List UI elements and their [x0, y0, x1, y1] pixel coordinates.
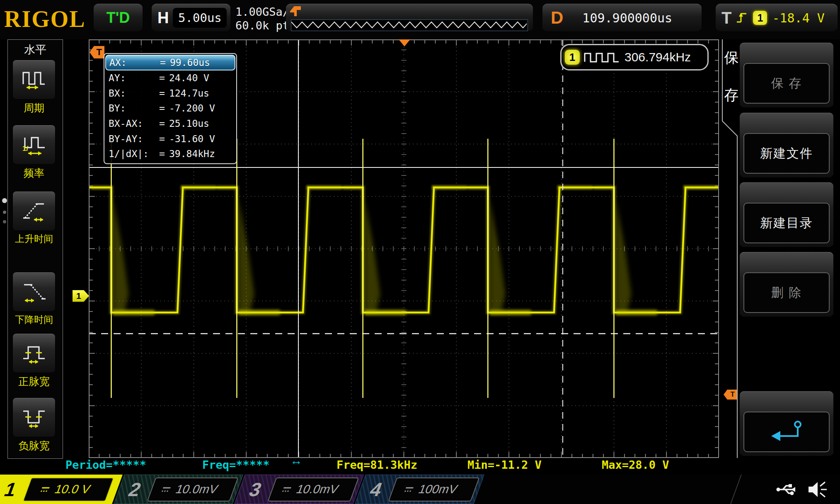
waveform-overview-strip	[291, 19, 528, 31]
dc-coupling-icon	[403, 486, 415, 493]
oscilloscope-screen: RIGOL T'D H 5.00us 1.00GSa/s 60.0k pts D…	[0, 0, 840, 504]
positive-pulse-width-icon	[22, 341, 46, 365]
channel-1-scale-box: 10.0 V	[23, 477, 114, 502]
svg-text:1/: 1/	[22, 145, 28, 153]
menu-tab-save[interactable]: 存	[723, 85, 740, 105]
cursor-row-byay: BY-AY: = -31.60 V	[104, 131, 236, 146]
square-wave-icon	[584, 50, 620, 64]
cursor-row-ax[interactable]: AX: = 99.60us	[105, 55, 235, 70]
beeper-icon	[807, 480, 828, 499]
channel1-level-marker[interactable]: 1	[73, 290, 89, 302]
channel-4-scale-box: 100mV	[388, 477, 480, 502]
sidebar-item-period[interactable]: 周期	[12, 60, 56, 115]
sidebar-item-positive-pulse-width[interactable]: 正脉宽	[12, 333, 56, 388]
measurement-freq: Freq=81.3kHz	[336, 458, 417, 471]
trigger-status-box[interactable]: T'D	[94, 4, 143, 32]
sidebar-item-negative-pulse-width[interactable]: 负脉宽	[12, 397, 56, 453]
measure-sidebar: 水平 周期 1/ 频率	[7, 39, 63, 459]
rise-time-icon	[22, 199, 46, 223]
rise-time-button[interactable]	[12, 191, 56, 231]
trigger-position-triangle[interactable]	[399, 39, 410, 46]
rigol-logo: RIGOL	[4, 6, 86, 32]
sidebar-item-fall-time[interactable]: 下降时间	[12, 272, 56, 326]
period-icon	[22, 68, 46, 92]
channel-status-bar: 1 10.0 V 2 10.0mV 3	[0, 475, 840, 504]
rising-edge-icon	[736, 11, 748, 25]
status-icons	[776, 475, 828, 504]
trigger-source-badge: 1	[753, 11, 767, 25]
sidebar-header: 水平	[8, 42, 63, 57]
channel-3-scale-box: 10.0mV	[268, 477, 359, 502]
menu-button-new-folder[interactable]: 新建目录	[740, 182, 833, 247]
cursor-row-ay: AY: = 24.40 V	[104, 70, 236, 86]
top-status-bar: RIGOL T'D H 5.00us 1.00GSa/s 60.0k pts D…	[0, 0, 840, 39]
waveform-display-area[interactable]: AX: = 99.60us AY: = 24.40 V BX: = 124.7u…	[89, 39, 719, 458]
fall-time-icon	[22, 280, 46, 304]
dc-coupling-icon	[39, 486, 51, 493]
frequency-button[interactable]: 1/	[12, 125, 56, 165]
channel-1-status[interactable]: 1 10.0 V	[0, 475, 123, 504]
measurement-max: Max=28.0 V	[602, 458, 669, 471]
delay-label: D	[551, 8, 563, 28]
dc-coupling-icon	[160, 486, 172, 493]
channel-2-status[interactable]: 2 10.0mV	[114, 475, 243, 504]
cursor-row-inv-dx: 1/|dX|: = 39.84kHz	[104, 146, 236, 162]
channel1-trace	[89, 128, 719, 408]
counter-source-badge: 1	[565, 50, 580, 65]
counter-frequency-value: 306.794kHz	[625, 50, 691, 64]
cursor-readout-panel: AX: = 99.60us AY: = 24.40 V BX: = 124.7u…	[104, 53, 237, 164]
horizontal-label: H	[157, 9, 169, 27]
trigger-position-tag-icon	[290, 6, 301, 16]
measurement-period: Period=*****	[65, 458, 146, 471]
trigger-level-value: -18.4 V	[772, 11, 824, 25]
trigger-status-label: T'D	[107, 9, 130, 27]
period-button[interactable]	[12, 60, 56, 99]
trigger-label: T	[721, 9, 731, 27]
menu-button-back[interactable]	[740, 391, 833, 456]
timebase-value: 5.00us	[173, 8, 227, 28]
negative-pulse-width-button[interactable]	[12, 397, 56, 437]
menu-button-new-file[interactable]: 新建文件	[740, 113, 833, 177]
negative-pulse-width-icon	[22, 405, 46, 429]
fall-time-button[interactable]	[12, 272, 56, 312]
overview-zigzag	[291, 20, 527, 30]
return-arrow-icon	[768, 419, 805, 445]
sidebar-item-rise-time[interactable]: 上升时间	[12, 191, 56, 245]
delay-value: 109.900000us	[582, 11, 672, 25]
cursor-row-by: BY: = -7.200 V	[104, 101, 236, 116]
delay-readout-box[interactable]: D 109.900000us	[542, 4, 702, 32]
measurement-min: Min=-11.2 V	[467, 458, 542, 471]
scroll-dot	[3, 220, 6, 223]
menu-button-delete[interactable]: 删 除	[740, 252, 833, 317]
status-separator	[730, 475, 742, 504]
sidebar-item-frequency[interactable]: 1/ 频率	[12, 125, 56, 180]
menu-button-save[interactable]: 保 存	[740, 43, 833, 107]
channel-3-status[interactable]: 3 10.0mV	[234, 475, 364, 504]
dc-coupling-icon	[281, 486, 293, 493]
scroll-dot	[3, 211, 6, 214]
scroll-dot-active	[2, 198, 7, 203]
cursor-horizontal-position-icon[interactable]: ↔	[290, 453, 303, 468]
measurement-freq-star: Freq=*****	[202, 458, 270, 471]
channel-4-status[interactable]: 4 100mV	[355, 475, 484, 504]
trigger-settings-box[interactable]: T 1 -18.4 V	[716, 4, 838, 32]
positive-pulse-width-button[interactable]	[12, 333, 56, 373]
waveform-overview-box[interactable]	[286, 4, 533, 32]
channel-2-scale-box: 10.0mV	[147, 477, 239, 502]
frequency-counter-badge: 1 306.794kHz	[560, 44, 709, 70]
horizontal-timebase-box[interactable]: H 5.00us	[152, 4, 230, 32]
cursor-row-bxax: BX-AX: = 25.10us	[104, 116, 236, 131]
frequency-icon: 1/	[22, 133, 46, 157]
usb-icon	[776, 482, 800, 497]
menu-tab-save[interactable]: 保	[723, 48, 740, 68]
cursor-row-bx: BX: = 124.7us	[104, 86, 236, 101]
